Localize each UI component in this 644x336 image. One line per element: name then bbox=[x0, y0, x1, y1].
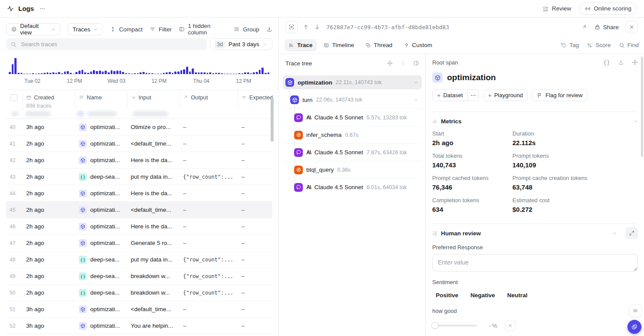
histogram-bar[interactable] bbox=[203, 72, 206, 74]
histogram-bar[interactable] bbox=[84, 72, 86, 74]
histogram-bar[interactable] bbox=[142, 72, 145, 74]
histogram-bar[interactable] bbox=[58, 72, 60, 74]
histogram-bar[interactable] bbox=[186, 67, 188, 74]
sentiment-positive-button[interactable]: Positive bbox=[432, 289, 463, 302]
histogram-bar[interactable] bbox=[172, 73, 174, 74]
histogram-bar[interactable] bbox=[12, 64, 14, 74]
histogram-bar[interactable] bbox=[174, 71, 176, 74]
histogram-bar[interactable] bbox=[52, 72, 54, 74]
table-row[interactable]: 523h agooptimizati...You are helpin...–– bbox=[6, 318, 272, 334]
table-row[interactable]: 412h agooptimizati...<default_time...–– bbox=[6, 136, 272, 152]
histogram-bar[interactable] bbox=[64, 71, 66, 74]
histogram-bar[interactable] bbox=[116, 71, 119, 75]
json-view-button[interactable]: {} bbox=[603, 59, 610, 66]
histogram-bar[interactable] bbox=[73, 74, 75, 75]
histogram-bar[interactable] bbox=[253, 72, 255, 74]
table-row[interactable]: 462h agooptimizati...Here is the da...–– bbox=[6, 218, 272, 235]
histogram-bar[interactable] bbox=[61, 73, 63, 74]
trace-tree-item[interactable]: btql_query0.36s bbox=[283, 161, 422, 178]
histogram-bar[interactable] bbox=[134, 73, 136, 74]
table-row[interactable]: 442h agooptimizati...Here is the da...–– bbox=[6, 185, 272, 202]
histogram-bar[interactable] bbox=[35, 74, 37, 75]
histogram-bar[interactable] bbox=[244, 72, 246, 74]
histogram-bar[interactable] bbox=[146, 73, 148, 74]
tab-timeline[interactable]: Timeline bbox=[319, 39, 359, 51]
preferred-response-input[interactable] bbox=[432, 254, 638, 272]
histogram-bar[interactable] bbox=[233, 74, 235, 75]
table-row[interactable]: 472h agooptimizati...Generate 5 ro...–– bbox=[6, 235, 272, 251]
metrics-section-header[interactable]: Metrics bbox=[432, 112, 638, 130]
previous-trace-button[interactable] bbox=[303, 24, 309, 30]
histogram-bar[interactable] bbox=[111, 70, 113, 74]
comment-menu-button[interactable] bbox=[629, 304, 642, 317]
page-menu-button[interactable] bbox=[39, 6, 45, 12]
histogram-bar[interactable] bbox=[227, 74, 229, 75]
tab-thread[interactable]: Thread bbox=[361, 39, 397, 51]
histogram-bar[interactable] bbox=[241, 73, 244, 74]
sentiment-negative-button[interactable]: Negative bbox=[467, 289, 499, 302]
close-panel-button[interactable] bbox=[626, 21, 638, 33]
sentiment-neutral-button[interactable]: Neutral bbox=[504, 289, 532, 302]
trace-tree-item[interactable]: infer_schema0.67s bbox=[283, 126, 422, 143]
table-row[interactable]: 432h ago()deep-sea...put my data in...{"… bbox=[6, 169, 272, 185]
score-button[interactable]: Score bbox=[586, 42, 610, 48]
human-review-section-header[interactable]: Human review bbox=[432, 224, 638, 242]
histogram-bar[interactable] bbox=[96, 71, 98, 74]
header-name[interactable]: Name bbox=[75, 90, 127, 110]
histogram-bar[interactable] bbox=[215, 73, 217, 74]
header-input[interactable]: Input bbox=[127, 90, 180, 110]
histogram-bar[interactable] bbox=[20, 73, 23, 74]
next-trace-button[interactable] bbox=[314, 24, 320, 30]
histogram-bar[interactable] bbox=[183, 69, 185, 74]
histogram-bar[interactable] bbox=[70, 73, 72, 74]
histogram-bar[interactable] bbox=[93, 70, 95, 74]
hidden-columns-button[interactable]: 1 hidden column bbox=[179, 23, 227, 36]
filter-button[interactable]: Filter bbox=[149, 26, 172, 33]
trace-tree-item[interactable]: turn22.06s, 140743 tok bbox=[283, 93, 422, 107]
histogram-bar[interactable] bbox=[32, 73, 34, 74]
find-button[interactable]: Find bbox=[619, 42, 639, 48]
header-expected[interactable]: Expected bbox=[238, 90, 273, 110]
histogram-bar[interactable] bbox=[26, 74, 28, 75]
toggle-panel-icon[interactable] bbox=[413, 60, 419, 66]
tab-trace[interactable]: Trace bbox=[285, 39, 317, 51]
open-external-button[interactable] bbox=[581, 24, 587, 30]
histogram-bar[interactable] bbox=[250, 73, 252, 74]
view-selector[interactable]: Default view bbox=[6, 23, 61, 35]
trace-tree-item[interactable]: A\Claude 4.5 Sonnet5.57s, 13283 tok bbox=[283, 109, 422, 126]
download-span-button[interactable] bbox=[618, 59, 624, 65]
focus-trace-button[interactable] bbox=[285, 21, 298, 33]
histogram-bar[interactable] bbox=[218, 73, 220, 74]
chevron-down-icon[interactable] bbox=[612, 231, 617, 236]
histogram-bar[interactable] bbox=[23, 74, 25, 75]
right-scrollbar[interactable] bbox=[641, 57, 643, 157]
histogram-bar[interactable] bbox=[99, 71, 101, 74]
add-to-dataset-button[interactable]: +Dataset bbox=[432, 89, 468, 101]
time-range-selector[interactable]: 3d Past 3 days bbox=[210, 38, 272, 50]
traces-selector[interactable]: Traces bbox=[68, 23, 103, 35]
histogram-bar[interactable] bbox=[44, 73, 46, 74]
share-button[interactable]: Share bbox=[594, 24, 619, 31]
histogram-bar[interactable] bbox=[259, 70, 261, 74]
export-download-button[interactable] bbox=[266, 26, 272, 32]
histogram-bar[interactable] bbox=[163, 73, 165, 74]
histogram-bar[interactable] bbox=[189, 71, 191, 74]
histogram-bar[interactable] bbox=[166, 72, 168, 74]
open-playground-button[interactable]: +Playground bbox=[483, 89, 528, 101]
histogram-bar[interactable] bbox=[169, 72, 171, 74]
histogram-bar[interactable] bbox=[247, 72, 249, 74]
dataset-more-button[interactable] bbox=[468, 89, 479, 101]
histogram-bar[interactable] bbox=[14, 58, 17, 74]
histogram-bar[interactable] bbox=[238, 73, 241, 74]
table-row[interactable]: 422h agooptimizati...Here is the da...–– bbox=[6, 152, 272, 169]
tree-menu-icon[interactable] bbox=[400, 60, 406, 66]
table-row[interactable]: 502h ago()deep-sea...breakdown w...{"row… bbox=[6, 285, 272, 301]
histogram-bar[interactable] bbox=[160, 74, 162, 75]
table-row[interactable]: 403h agooptimizati...Otimize o pro...–– bbox=[6, 119, 272, 136]
histogram-bar[interactable] bbox=[125, 73, 127, 74]
histogram-bar[interactable] bbox=[151, 73, 153, 74]
histogram-bar[interactable] bbox=[67, 71, 69, 74]
flag-for-review-button[interactable]: Flag for review bbox=[532, 89, 587, 101]
histogram-bar[interactable] bbox=[157, 74, 159, 75]
tab-custom[interactable]: Custom bbox=[400, 39, 437, 51]
